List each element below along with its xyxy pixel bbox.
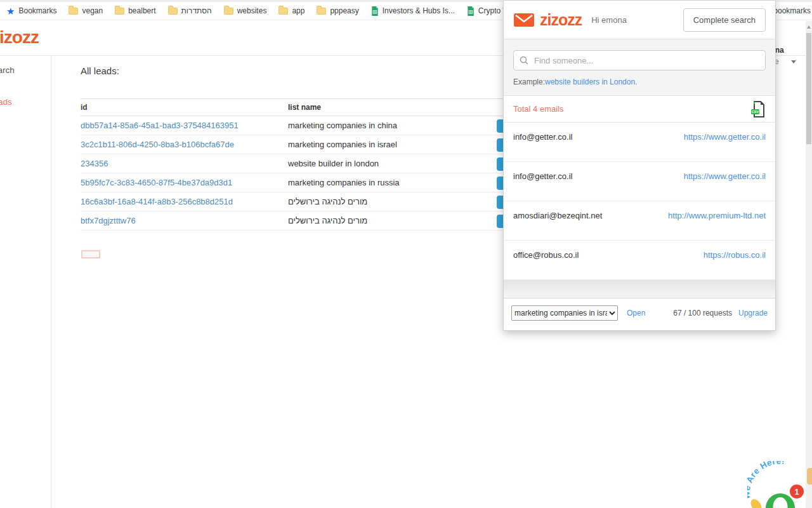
star-icon: ★ xyxy=(6,6,15,16)
upgrade-link[interactable]: Upgrade xyxy=(738,309,768,318)
email-result-row: office@robus.co.il https://robus.co.il xyxy=(504,241,775,280)
lead-id-link[interactable]: dbb57a14-85a6-45a1-bad3-375484163951 xyxy=(81,121,239,130)
lead-id-link[interactable]: 5b95fc7c-3c83-4650-87f5-4be37da9d3d1 xyxy=(81,178,232,187)
lead-id-link[interactable]: btfx7dgjztttw76 xyxy=(81,216,136,225)
open-list-link[interactable]: Open xyxy=(627,309,645,318)
bookmark-folder-histadrut[interactable]: הסתדרות xyxy=(168,6,212,15)
find-someone-input[interactable] xyxy=(513,50,766,70)
result-email: info@getter.co.il xyxy=(513,171,572,181)
column-header-id: id xyxy=(81,103,288,112)
email-result-row: amosdiari@bezeqint.net http://www.premiu… xyxy=(504,201,775,241)
popup-logo: zizozz xyxy=(540,11,582,29)
popup-header: zizozz Hi emona Complete search xyxy=(504,1,775,39)
bookmark-investors-sheet[interactable]: Investors & Hubs Is... xyxy=(371,6,455,16)
bookmark-folder-app[interactable]: app xyxy=(278,6,304,15)
badge-count: 1 xyxy=(795,488,799,497)
sidebar-item-leads[interactable]: Leads xyxy=(0,97,12,107)
chat-widget-button[interactable]: 1 We Are Here! xyxy=(747,461,811,508)
bookmark-label: websites xyxy=(237,6,267,15)
example-search-link[interactable]: website builders in London. xyxy=(545,77,637,86)
lead-id-link[interactable]: 234356 xyxy=(81,159,108,168)
site-logo[interactable]: zizozz xyxy=(0,27,39,48)
bookmark-folder-bealbert[interactable]: bealbert xyxy=(115,6,155,15)
folder-icon xyxy=(317,8,326,15)
popup-footer: marketing companies in israel Open 67 / … xyxy=(504,298,775,328)
bookmark-label: pppeasy xyxy=(330,6,358,15)
scrollbar-thumb[interactable] xyxy=(806,33,811,144)
sidebar: Search Leads xyxy=(0,56,51,508)
bookmark-folder-pppeasy[interactable]: pppeasy xyxy=(317,6,358,15)
bookmark-label: הסתדרות xyxy=(181,6,212,15)
complete-search-button[interactable]: Complete search xyxy=(683,8,766,32)
sidebar-item-search[interactable]: Search xyxy=(0,65,15,75)
result-url-link[interactable]: https://robus.co.il xyxy=(704,250,766,260)
lead-id-link[interactable]: 16c6a3bf-16a8-414f-a8b3-256c8b8d251d xyxy=(81,197,233,206)
sheets-icon xyxy=(467,6,475,16)
bookmarks-star-item[interactable]: ★ Bookmarks xyxy=(6,6,56,16)
bookmark-label: app xyxy=(292,6,304,15)
csv-export-icon[interactable]: CSV xyxy=(750,100,766,118)
bookmark-folder-vegan[interactable]: vegan xyxy=(69,6,103,15)
total-emails-row: Total 4 emails CSV xyxy=(504,96,775,123)
account-caret-icon[interactable] xyxy=(791,60,796,64)
bookmark-label: Investors & Hubs Is... xyxy=(383,6,455,15)
screen: ★ Bookmarks vegan bealbert הסתדרות websi… xyxy=(0,0,812,508)
greeting-text: Hi emona xyxy=(591,15,627,25)
folder-icon xyxy=(278,8,288,15)
folder-icon xyxy=(224,8,233,15)
extension-popup: zizozz Hi emona Complete search Example:… xyxy=(503,0,776,331)
folder-icon xyxy=(168,8,178,15)
list-select[interactable]: marketing companies in israel xyxy=(511,305,618,321)
scrollbar-up-arrow[interactable] xyxy=(807,25,811,29)
total-emails-label: Total 4 emails xyxy=(513,104,563,114)
result-email: info@getter.co.il xyxy=(513,132,572,142)
popup-search-section: Example:website builders in London. xyxy=(504,39,775,96)
requests-counter: 67 / 100 requests xyxy=(673,309,732,318)
result-email: amosdiari@bezeqint.net xyxy=(513,211,602,220)
result-url-link[interactable]: https://www.getter.co.il xyxy=(684,132,766,142)
bookmark-folder-websites[interactable]: websites xyxy=(224,6,267,15)
folder-icon xyxy=(115,8,124,15)
page-title: All leads: xyxy=(81,65,119,76)
bookmark-label: bealbert xyxy=(128,6,155,15)
result-url-link[interactable]: https://www.getter.co.il xyxy=(684,171,766,181)
folder-icon xyxy=(69,8,78,15)
pagination-box[interactable] xyxy=(81,250,100,258)
search-icon xyxy=(520,56,528,65)
svg-text:CSV: CSV xyxy=(752,110,759,114)
email-result-row: info@getter.co.il https://www.getter.co.… xyxy=(504,123,775,162)
bookmark-label: vegan xyxy=(82,6,103,15)
result-email: office@robus.co.il xyxy=(513,250,579,260)
example-prefix: Example: xyxy=(513,77,545,86)
email-result-row: info@getter.co.il https://www.getter.co.… xyxy=(504,162,775,201)
list-fade-overlay xyxy=(504,280,775,298)
result-url-link[interactable]: http://www.premium-ltd.net xyxy=(668,211,766,220)
bookmarks-label: Bookmarks xyxy=(18,6,56,15)
sheets-icon xyxy=(371,6,379,16)
lead-id-link[interactable]: 3c2c1b11-806d-4250-8ba3-b106bcfa67de xyxy=(81,140,234,149)
envelope-logo-icon xyxy=(513,13,535,27)
